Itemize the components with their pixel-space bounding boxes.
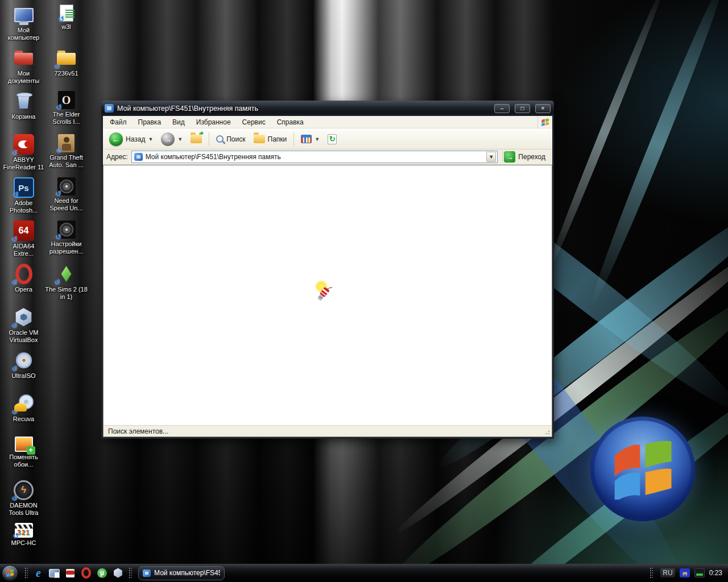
desktop-icon[interactable]: ↺ The Sims 2 (18 in 1) [45, 264, 88, 301]
photoshop-icon: ↺ [14, 177, 34, 198]
show-desktop-icon[interactable] [49, 568, 60, 579]
desktop-icon-label: Adobe Photosh... [2, 199, 45, 214]
refresh-button[interactable]: ↻ [325, 133, 340, 146]
folder-content-area[interactable] [103, 165, 552, 425]
desktop-icon-label: Мои документы [2, 70, 45, 85]
virtualbox-icon: ↺ [14, 307, 34, 327]
utorrent-icon[interactable] [97, 568, 107, 579]
start-button[interactable] [2, 565, 18, 581]
virtualbox-icon[interactable] [113, 568, 123, 579]
menu-file[interactable]: Файл [104, 117, 133, 128]
shortcut-arrow-icon: ↺ [53, 62, 60, 71]
desktop-icon[interactable]: ↺ 7236v51 [45, 48, 88, 77]
desktop-icon[interactable]: ↺ UltraISO [2, 350, 45, 380]
status-bar: Поиск элементов... [103, 425, 552, 437]
views-dropdown-icon[interactable]: ▼ [315, 136, 320, 142]
desktop-icon-label: MPC-HC [11, 539, 36, 547]
minimize-button[interactable]: – [494, 104, 510, 113]
maximize-button[interactable]: □ [515, 104, 530, 113]
forward-icon: → [161, 132, 175, 146]
device-icon [134, 153, 143, 161]
desktop-icon-label: Настройки разрешен... [45, 240, 88, 255]
desktop-icon[interactable]: ↺ AIDA64 Extre... [2, 221, 45, 257]
desktop-icon[interactable]: ↺ Oracle VM VirtualBox [2, 307, 45, 344]
up-button[interactable]: ↱ [188, 134, 205, 144]
toolbar-separator [209, 132, 209, 146]
toolbar-separator [293, 132, 294, 146]
desktop-icon[interactable]: Мои документы [2, 48, 45, 85]
desktop-icon[interactable]: ↺ The Elder Scrolls I... [45, 91, 88, 126]
back-dropdown-icon[interactable]: ▼ [148, 136, 153, 142]
folders-button[interactable]: Папки [251, 134, 290, 144]
floppy-drive-icon[interactable] [65, 568, 76, 579]
back-button[interactable]: ← Назад ▼ [106, 131, 156, 147]
go-button[interactable]: → Переход [502, 151, 549, 163]
desktop-icon[interactable]: ↺ Adobe Photosh... [2, 177, 45, 214]
title-bar[interactable]: Мой компьютер\FS451\Внутренняя память – … [101, 101, 554, 116]
desktop-icon-label: The Elder Scrolls I... [45, 111, 88, 126]
folders-icon [254, 135, 265, 143]
recuva-icon: ↺ [14, 393, 34, 414]
menu-view[interactable]: Вид [167, 117, 191, 128]
window-chrome: ФайлПравкаВидИзбранноеСервисСправка ← На… [103, 116, 552, 437]
desktop-icon[interactable]: Мой компьютер [2, 5, 45, 41]
desktop-icon-label: Корзина [12, 113, 36, 120]
clutch-icon: ↺ [57, 221, 76, 239]
address-label: Адрес: [106, 153, 128, 161]
forward-dropdown-icon[interactable]: ▼ [177, 136, 183, 142]
explorer-window: Мой компьютер\FS451\Внутренняя память – … [101, 101, 554, 439]
windows-logo-orb [590, 417, 695, 521]
search-button[interactable]: Поиск [213, 134, 248, 144]
close-button[interactable]: × [535, 104, 551, 113]
folder-yellow-icon: ↺ [56, 48, 77, 68]
language-indicator[interactable]: RU [660, 568, 675, 577]
menu-edit[interactable]: Правка [133, 117, 167, 128]
desktop-icon-label: Мой компьютер [2, 27, 45, 41]
network-tray-icon[interactable] [680, 568, 690, 577]
desktop-icon[interactable]: ↺ Need for Speed Un... [45, 177, 88, 212]
taskbar: Мой компьютер\FS45... RU 0:23 [0, 564, 728, 582]
desktop-icon[interactable]: ↺ Opera [2, 264, 45, 293]
desktop-icon[interactable]: Поменять обои... [2, 436, 45, 468]
opera-icon[interactable] [81, 568, 92, 579]
desktop-icon[interactable]: ↺ Настройки разрешен... [45, 221, 88, 255]
menu-favorites[interactable]: Избранное [191, 117, 237, 128]
menu-tools[interactable]: Сервис [237, 117, 271, 128]
folder-red-icon [14, 48, 34, 68]
quick-launch-handle[interactable] [24, 567, 28, 579]
windows-flag-icon [6, 569, 14, 577]
forward-button[interactable]: → ▼ [158, 131, 185, 147]
aida64-icon: ↺ [14, 221, 34, 241]
desktop-icon-label: Opera [15, 286, 32, 293]
ultraiso-icon: ↺ [14, 350, 34, 371]
tray-handle[interactable] [650, 567, 653, 579]
address-bar: Адрес: Мой компьютер\FS451\Внутренняя па… [103, 149, 552, 165]
menu-help[interactable]: Справка [271, 117, 309, 128]
desktop-icon[interactable]: ↺ Grand Theft Auto. San ... [45, 134, 88, 169]
go-arrow-icon: → [504, 151, 515, 163]
quick-launch-handle[interactable] [129, 567, 132, 579]
desktop-icon[interactable]: ↺ ABBYY FineReader 11 [2, 134, 45, 171]
desktop-icon[interactable]: ↺ MPC-HC [2, 523, 45, 547]
windows-flag-icon [541, 118, 549, 126]
address-combobox[interactable]: Мой компьютер\FS451\Внутренняя память ▼ [131, 151, 498, 163]
volume-tray-icon[interactable] [694, 568, 705, 577]
desktop-icon-grid: Мой компьютер Мои документы Корзина ↺ AB… [2, 0, 99, 564]
clutch-icon: ↺ [57, 177, 76, 196]
address-dropdown-icon[interactable]: ▼ [486, 152, 496, 162]
desktop-icon-label: DAEMON Tools Ultra [2, 502, 45, 517]
desktop-icon-label: Recuva [13, 415, 34, 423]
ie-icon[interactable] [33, 568, 44, 579]
desktop-icon[interactable]: ↺ DAEMON Tools Ultra [2, 480, 45, 517]
resize-grip[interactable] [543, 428, 551, 435]
opera-icon: ↺ [14, 264, 34, 284]
views-button[interactable]: ▼ [298, 134, 322, 144]
desktop-icon-label: Grand Theft Auto. San ... [45, 154, 88, 169]
desktop-icon[interactable]: ↺ w3l [45, 5, 88, 31]
back-icon: ← [109, 132, 123, 146]
daemon-tools-icon: ↺ [14, 480, 34, 500]
desktop: Мой компьютер Мои документы Корзина ↺ AB… [0, 0, 728, 582]
desktop-icon[interactable]: Корзина [2, 91, 45, 120]
taskbar-window-button[interactable]: Мой компьютер\FS45... [138, 566, 225, 580]
desktop-icon[interactable]: ↺ Recuva [2, 393, 45, 423]
